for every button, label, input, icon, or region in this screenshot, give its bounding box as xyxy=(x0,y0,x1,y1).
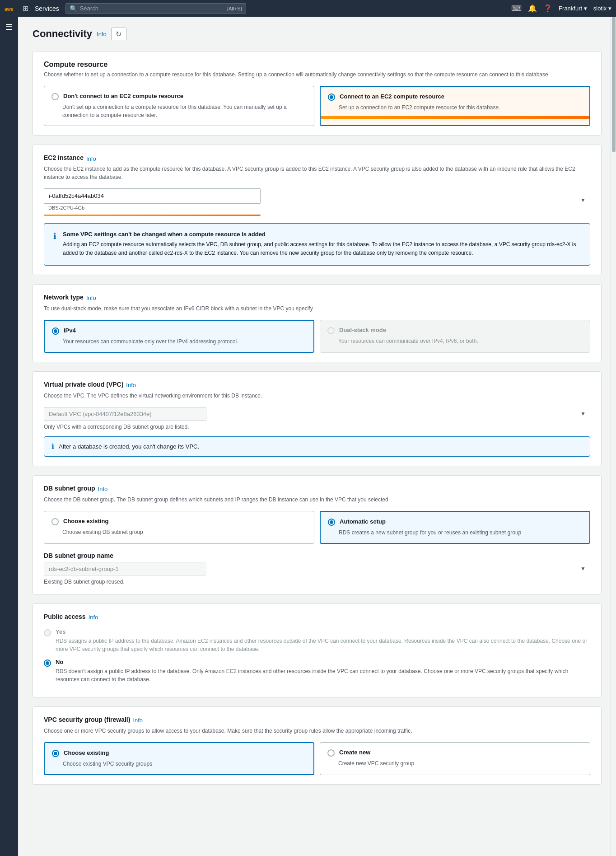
compute-resource-section: Compute resource Choose whether to set u… xyxy=(33,51,602,136)
dual-stack-radio[interactable] xyxy=(327,327,335,334)
vpc-dropdown-arrow: ▼ xyxy=(580,411,586,417)
svg-text:aws: aws xyxy=(5,6,14,11)
refresh-button[interactable]: ↻ xyxy=(111,28,126,40)
page-header: Connectivity Info ↻ xyxy=(33,28,602,40)
page-title: Connectivity xyxy=(33,28,92,40)
network-type-section: Network type Info To use dual-stack mode… xyxy=(33,284,602,362)
ipv4-option[interactable]: IPv4 Your resources can communicate only… xyxy=(44,320,314,353)
vpc-change-info-text: After a database is created, you can't c… xyxy=(59,443,199,450)
terminal-icon[interactable]: ⌨ xyxy=(511,4,522,13)
vpc-section: Virtual private cloud (VPC) Info Choose … xyxy=(33,371,602,466)
choose-existing-sg-desc: Choose existing VPC security groups xyxy=(52,760,306,768)
public-access-info-link[interactable]: Info xyxy=(89,614,98,621)
automatic-setup-title: Automatic setup xyxy=(340,518,386,525)
create-new-sg-option[interactable]: Create new Create new VPC security group xyxy=(320,742,590,775)
vpc-label: Virtual private cloud (VPC) xyxy=(44,381,123,388)
page-layout: ☰ Connectivity Info ↻ Compute resource C… xyxy=(0,17,616,856)
db-subnet-name-wrapper: rds-ec2-db-subnet-group-1 ▼ xyxy=(44,562,590,576)
ipv4-radio[interactable] xyxy=(52,327,59,335)
connect-title: Connect to an EC2 compute resource xyxy=(340,93,444,100)
public-access-no-desc: RDS doesn't assign a public IP address t… xyxy=(56,667,590,683)
info-box-icon: ℹ xyxy=(53,231,56,257)
public-access-label: Public access xyxy=(44,613,86,620)
search-input[interactable] xyxy=(80,5,224,12)
compute-resource-desc: Choose whether to set up a connection to… xyxy=(44,70,590,79)
user-menu[interactable]: slotix ▾ xyxy=(593,5,611,12)
region-selector[interactable]: Frankfurt ▾ xyxy=(559,5,587,12)
automatic-setup-option[interactable]: Automatic setup RDS creates a new subnet… xyxy=(320,511,590,544)
ipv4-radio-fill xyxy=(54,329,57,333)
vpc-sg-info-link[interactable]: Info xyxy=(133,717,143,724)
grid-icon[interactable]: ⊞ xyxy=(23,4,28,13)
vpc-dropdown-wrapper: Default VPC (vpc-04407f12e8a26334e) ▼ xyxy=(44,407,590,421)
top-navigation: aws ⊞ Services 🔍 [Alt+S] ⌨ 🔔 ❓ Frankfurt… xyxy=(0,0,616,17)
dont-connect-radio[interactable] xyxy=(51,93,59,100)
services-nav[interactable]: Services xyxy=(32,5,62,12)
nav-icons: ⌨ 🔔 ❓ Frankfurt ▾ slotix ▾ xyxy=(511,4,611,13)
db-subnet-info-link[interactable]: Info xyxy=(98,486,108,492)
db-subnet-label-row: DB subnet group Info xyxy=(44,485,590,494)
public-access-yes-option[interactable]: Yes RDS assigns a public IP address to t… xyxy=(44,628,590,653)
choose-existing-sg-option[interactable]: Choose existing Choose existing VPC secu… xyxy=(44,742,314,775)
automatic-setup-radio-fill xyxy=(330,520,333,524)
dual-stack-option[interactable]: Dual-stack mode Your resources can commu… xyxy=(320,320,590,353)
bell-icon[interactable]: 🔔 xyxy=(528,4,537,13)
automatic-setup-radio[interactable] xyxy=(328,519,335,526)
network-type-info-link[interactable]: Info xyxy=(86,295,96,301)
public-access-no-radio[interactable] xyxy=(44,660,51,667)
choose-existing-subnet-radio[interactable] xyxy=(51,518,59,525)
compute-resource-options: Don't connect to an EC2 compute resource… xyxy=(44,86,590,126)
dont-connect-option[interactable]: Don't connect to an EC2 compute resource… xyxy=(44,86,314,126)
connect-desc: Set up a connection to an EC2 compute re… xyxy=(328,103,582,112)
refresh-icon: ↻ xyxy=(116,30,121,38)
aws-logo[interactable]: aws xyxy=(5,4,19,13)
vpc-desc: Choose the VPC. The VPC defines the virt… xyxy=(44,392,590,400)
help-icon[interactable]: ❓ xyxy=(543,4,552,13)
public-access-no-option[interactable]: No RDS doesn't assign a public IP addres… xyxy=(44,659,590,683)
connect-option[interactable]: Connect to an EC2 compute resource Set u… xyxy=(320,86,590,126)
public-access-label-row: Public access Info xyxy=(44,613,590,622)
public-access-yes-content: Yes RDS assigns a public IP address to t… xyxy=(56,628,590,653)
public-access-yes-label: Yes xyxy=(56,628,590,635)
search-shortcut: [Alt+S] xyxy=(227,6,242,11)
automatic-setup-desc: RDS creates a new subnet group for you o… xyxy=(328,529,582,537)
choose-existing-subnet-title: Choose existing xyxy=(63,518,108,524)
db-subnet-name-note: Existing DB subnet group reused. xyxy=(44,579,590,585)
ec2-label-row: EC2 instance Info xyxy=(44,154,590,163)
choose-existing-sg-radio-fill xyxy=(54,752,57,755)
db-subnet-label: DB subnet group xyxy=(44,485,95,492)
public-access-yes-radio[interactable] xyxy=(44,629,51,636)
network-type-desc: To use dual-stack mode, make sure that y… xyxy=(44,304,590,313)
main-content: Connectivity Info ↻ Compute resource Cho… xyxy=(18,17,616,856)
vpc-info-box: ℹ Some VPC settings can't be changed whe… xyxy=(44,223,590,265)
choose-existing-sg-title: Choose existing xyxy=(64,749,109,756)
sidebar-toggle[interactable]: ☰ xyxy=(5,22,13,32)
vpc-sg-options: Choose existing Choose existing VPC secu… xyxy=(44,742,590,775)
vpc-info-box-text: Adding an EC2 compute resource automatic… xyxy=(63,240,581,257)
public-access-no-content: No RDS doesn't assign a public IP addres… xyxy=(56,659,590,683)
ec2-sublabel: DBS-2CPU-4Gb xyxy=(44,204,590,212)
ec2-instance-label: EC2 instance xyxy=(44,154,84,161)
network-type-label: Network type xyxy=(44,294,84,301)
vpc-change-info-icon: ℹ xyxy=(51,442,54,451)
scrollbar-thumb[interactable] xyxy=(612,17,616,152)
db-subnet-name-field: DB subnet group name rds-ec2-db-subnet-g… xyxy=(44,552,590,585)
public-access-yes-desc: RDS assigns a public IP address to the d… xyxy=(56,637,590,653)
network-type-options: IPv4 Your resources can communicate only… xyxy=(44,320,590,353)
vpc-label-row: Virtual private cloud (VPC) Info xyxy=(44,381,590,390)
choose-existing-subnet-option[interactable]: Choose existing Choose existing DB subne… xyxy=(44,511,314,544)
create-new-sg-radio[interactable] xyxy=(327,749,335,757)
vpc-sg-label-row: VPC security group (firewall) Info xyxy=(44,716,590,725)
choose-existing-sg-radio[interactable] xyxy=(52,750,59,757)
connect-radio[interactable] xyxy=(328,94,335,101)
ec2-instance-section: EC2 instance Info Choose the EC2 instanc… xyxy=(33,145,602,275)
db-subnet-name-arrow: ▼ xyxy=(580,566,586,572)
connectivity-info-link[interactable]: Info xyxy=(97,31,107,37)
ec2-instance-info-link[interactable]: Info xyxy=(86,155,96,162)
ec2-highlight-underline xyxy=(44,215,261,216)
search-bar[interactable]: 🔍 [Alt+S] xyxy=(65,3,246,14)
vpc-info-link[interactable]: Info xyxy=(126,382,136,388)
vpc-note: Only VPCs with a corresponding DB subnet… xyxy=(44,424,590,430)
dont-connect-title: Don't connect to an EC2 compute resource xyxy=(63,93,183,99)
ec2-instance-dropdown[interactable]: i-0affd52c4a44ab034 xyxy=(44,188,261,204)
